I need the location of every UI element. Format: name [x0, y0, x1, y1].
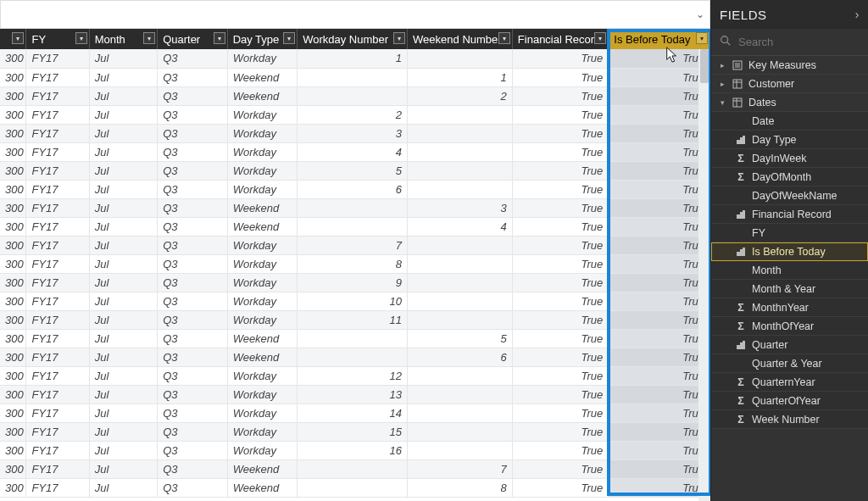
- cell-quarter[interactable]: Q3: [158, 49, 228, 68]
- table-row[interactable]: 300FY17JulQ3Workday8TrueTrue: [0, 254, 710, 273]
- table-row[interactable]: 300FY17JulQ3Workday11TrueTrue: [0, 310, 710, 329]
- cell-is_before[interactable]: True: [609, 142, 710, 161]
- field-is-before-today[interactable]: Is Before Today: [711, 242, 868, 261]
- field-day-type[interactable]: Day Type: [711, 131, 868, 149]
- cell-fin_record[interactable]: True: [512, 292, 608, 310]
- cell-daytype[interactable]: Weekend: [227, 68, 298, 86]
- cell-workday_num[interactable]: [298, 68, 408, 86]
- cell-fy[interactable]: FY17: [26, 198, 89, 217]
- scrollbar-thumb[interactable]: [700, 49, 709, 83]
- cell-month[interactable]: Jul: [89, 422, 157, 441]
- cell-quarter[interactable]: Q3: [158, 254, 228, 273]
- cell-weekend_num[interactable]: [408, 142, 513, 161]
- cell-daytype[interactable]: Weekend: [227, 86, 298, 105]
- cell-id[interactable]: 300: [0, 441, 26, 459]
- cell-is_before[interactable]: True: [609, 441, 710, 459]
- cell-is_before[interactable]: True: [609, 254, 710, 273]
- cell-id[interactable]: 300: [0, 124, 26, 142]
- cell-month[interactable]: Jul: [89, 385, 157, 404]
- cell-daytype[interactable]: Workday: [227, 273, 298, 292]
- cell-quarter[interactable]: Q3: [158, 366, 228, 385]
- cell-fin_record[interactable]: True: [512, 459, 608, 478]
- table-row[interactable]: 300FY17JulQ3Weekend6TrueTrue: [0, 348, 710, 366]
- field-week-number[interactable]: ΣWeek Number: [711, 410, 868, 429]
- cell-month[interactable]: Jul: [89, 86, 157, 105]
- cell-daytype[interactable]: Workday: [227, 310, 298, 329]
- cell-workday_num[interactable]: 10: [298, 292, 408, 310]
- cell-fy[interactable]: FY17: [26, 161, 89, 180]
- cell-fin_record[interactable]: True: [512, 254, 608, 273]
- cell-quarter[interactable]: Q3: [158, 124, 228, 142]
- cell-weekend_num[interactable]: 1: [408, 68, 513, 86]
- cell-is_before[interactable]: True: [609, 86, 710, 105]
- table-row[interactable]: 300FY17JulQ3Workday13TrueTrue: [0, 385, 710, 404]
- field-dayofmonth[interactable]: ΣDayOfMonth: [711, 168, 868, 186]
- cell-month[interactable]: Jul: [89, 348, 157, 366]
- cell-month[interactable]: Jul: [89, 49, 157, 68]
- cell-quarter[interactable]: Q3: [158, 348, 228, 366]
- cell-id[interactable]: 300: [0, 422, 26, 441]
- cell-weekend_num[interactable]: 3: [408, 198, 513, 217]
- cell-fin_record[interactable]: True: [512, 217, 608, 236]
- cell-is_before[interactable]: True: [609, 105, 710, 124]
- cell-fin_record[interactable]: True: [512, 310, 608, 329]
- cell-fin_record[interactable]: True: [512, 49, 608, 68]
- table-row[interactable]: 300FY17JulQ3Weekend4TrueTrue: [0, 217, 710, 236]
- cell-month[interactable]: Jul: [89, 180, 157, 198]
- cell-fy[interactable]: FY17: [26, 217, 89, 236]
- cell-workday_num[interactable]: [298, 348, 408, 366]
- cell-fy[interactable]: FY17: [26, 124, 89, 142]
- cell-fy[interactable]: FY17: [26, 254, 89, 273]
- cell-fin_record[interactable]: True: [512, 105, 608, 124]
- cell-fy[interactable]: FY17: [26, 142, 89, 161]
- field-quarter[interactable]: Quarter: [711, 336, 868, 354]
- cell-id[interactable]: 300: [0, 49, 26, 68]
- cell-is_before[interactable]: True: [609, 422, 710, 441]
- field-quarterofyear[interactable]: ΣQuarterOfYear: [711, 392, 868, 410]
- cell-is_before[interactable]: True: [609, 217, 710, 236]
- cell-quarter[interactable]: Q3: [158, 142, 228, 161]
- table-row[interactable]: 300FY17JulQ3Workday6TrueTrue: [0, 180, 710, 198]
- cell-is_before[interactable]: True: [609, 49, 710, 68]
- cell-id[interactable]: 300: [0, 236, 26, 254]
- cell-weekend_num[interactable]: [408, 161, 513, 180]
- field-quarter-year[interactable]: Quarter & Year: [711, 354, 868, 373]
- table-node-dates[interactable]: ▾Dates: [711, 93, 868, 112]
- cell-weekend_num[interactable]: [408, 105, 513, 124]
- cell-fin_record[interactable]: True: [512, 124, 608, 142]
- cell-month[interactable]: Jul: [89, 236, 157, 254]
- cell-quarter[interactable]: Q3: [158, 180, 228, 198]
- cell-fy[interactable]: FY17: [26, 366, 89, 385]
- expand-icon[interactable]: ▾: [718, 98, 726, 107]
- cell-fin_record[interactable]: True: [512, 348, 608, 366]
- chevron-right-icon[interactable]: ›: [855, 8, 860, 21]
- cell-month[interactable]: Jul: [89, 142, 157, 161]
- table-row[interactable]: 300FY17JulQ3Workday4TrueTrue: [0, 142, 710, 161]
- cell-id[interactable]: 300: [0, 459, 26, 478]
- cell-fin_record[interactable]: True: [512, 366, 608, 385]
- cell-daytype[interactable]: Workday: [227, 124, 298, 142]
- column-filter-dropdown-icon[interactable]: ▾: [75, 32, 87, 44]
- cell-workday_num[interactable]: 6: [298, 180, 408, 198]
- formula-bar-expand-icon[interactable]: ⌄: [696, 8, 704, 20]
- cell-workday_num[interactable]: 5: [298, 161, 408, 180]
- cell-fin_record[interactable]: True: [512, 441, 608, 459]
- cell-month[interactable]: Jul: [89, 217, 157, 236]
- field-quarternyear[interactable]: ΣQuarternYear: [711, 373, 868, 392]
- cell-workday_num[interactable]: 3: [298, 124, 408, 142]
- cell-daytype[interactable]: Workday: [227, 142, 298, 161]
- cell-id[interactable]: 300: [0, 366, 26, 385]
- cell-is_before[interactable]: True: [609, 329, 710, 348]
- cell-month[interactable]: Jul: [89, 124, 157, 142]
- cell-workday_num[interactable]: [298, 459, 408, 478]
- cell-fin_record[interactable]: True: [512, 329, 608, 348]
- cell-month[interactable]: Jul: [89, 310, 157, 329]
- cell-fin_record[interactable]: True: [512, 180, 608, 198]
- field-date[interactable]: Date: [711, 112, 868, 131]
- cell-daytype[interactable]: Weekend: [227, 217, 298, 236]
- cell-month[interactable]: Jul: [89, 366, 157, 385]
- cell-quarter[interactable]: Q3: [158, 198, 228, 217]
- cell-id[interactable]: 300: [0, 198, 26, 217]
- cell-workday_num[interactable]: 4: [298, 142, 408, 161]
- column-header-quarter[interactable]: Quarter▾: [158, 29, 228, 49]
